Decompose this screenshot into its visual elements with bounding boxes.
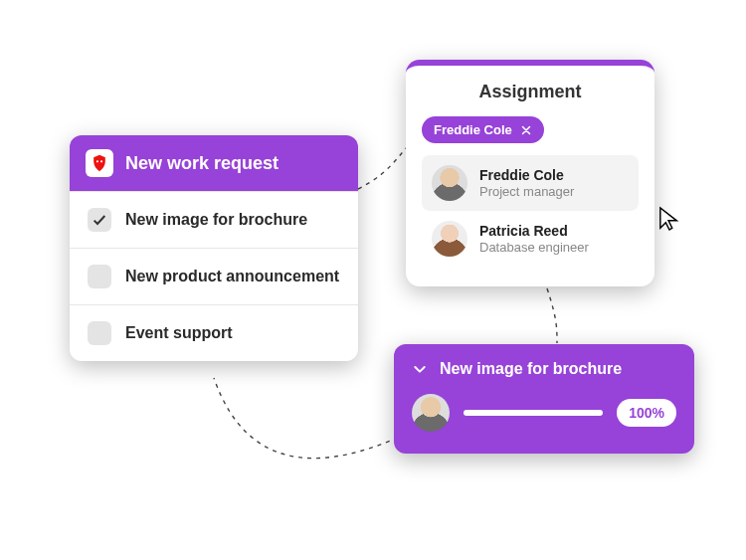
request-item[interactable]: New product announcement	[70, 248, 358, 304]
request-item-label: Event support	[125, 323, 233, 344]
request-item-label: New product announcement	[125, 267, 339, 287]
person-name: Patricia Reed	[479, 223, 589, 240]
progress-header[interactable]: New image for brochure	[412, 360, 676, 378]
svg-point-1	[100, 160, 102, 162]
progress-card: New image for brochure 100%	[394, 344, 694, 454]
lion-shield-icon	[86, 149, 113, 177]
close-icon[interactable]	[520, 124, 532, 136]
request-item[interactable]: New image for brochure	[70, 191, 358, 248]
checkbox-icon[interactable]	[88, 265, 111, 288]
assignee-chip-label: Freddie Cole	[434, 122, 512, 137]
progress-title: New image for brochure	[440, 360, 622, 378]
chevron-down-icon	[412, 361, 428, 377]
progress-percent: 100%	[617, 399, 676, 427]
avatar	[412, 394, 450, 432]
checkbox-icon[interactable]	[88, 321, 111, 345]
progress-bar[interactable]	[464, 410, 603, 416]
work-request-header: New work request	[70, 135, 358, 191]
person-role: Database engineer	[479, 240, 589, 256]
person-option[interactable]: Freddie Cole Project manager	[422, 155, 639, 211]
work-request-title: New work request	[125, 153, 279, 174]
person-name: Freddie Cole	[479, 167, 574, 184]
svg-point-0	[96, 160, 98, 162]
assignment-card: Assignment Freddie Cole Freddie Cole Pro…	[406, 60, 654, 286]
assignment-title: Assignment	[422, 82, 639, 102]
checkbox-icon[interactable]	[88, 208, 111, 232]
person-option[interactable]: Patricia Reed Database engineer	[422, 211, 639, 267]
person-role: Project manager	[479, 184, 574, 200]
cursor-icon	[658, 205, 680, 233]
avatar	[432, 221, 467, 257]
assignee-chip[interactable]: Freddie Cole	[422, 116, 544, 143]
work-request-card: New work request New image for brochure …	[70, 135, 358, 361]
avatar	[432, 165, 467, 201]
request-item[interactable]: Event support	[70, 304, 358, 361]
request-item-label: New image for brochure	[125, 210, 307, 231]
